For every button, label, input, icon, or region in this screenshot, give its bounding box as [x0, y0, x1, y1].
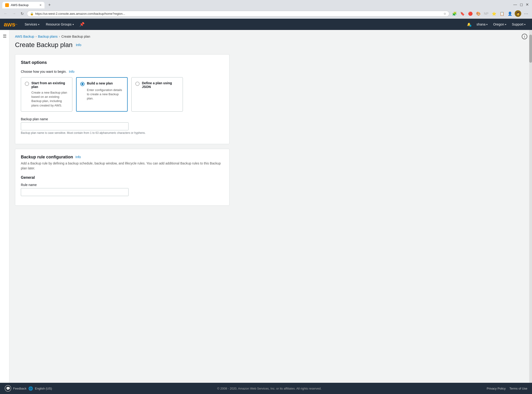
backup-plan-name-input[interactable]	[21, 122, 129, 130]
footer-copyright: © 2008 - 2020, Amazon Web Services, Inc.…	[217, 387, 322, 390]
option-build-new-plan[interactable]: Build a new plan Enter configuration det…	[76, 77, 128, 112]
tab-favicon	[5, 3, 9, 7]
option1-radio	[25, 82, 29, 86]
content-area: AWS Backup › Backup plans › Create Backu…	[9, 30, 532, 394]
toolbar-btn-4[interactable]: ⭐	[491, 10, 497, 17]
rule-name-label: Rule name	[21, 183, 224, 187]
option2-radio-row: Build a new plan	[80, 81, 123, 86]
toolbar-btn-1[interactable]: 🔖	[459, 10, 466, 17]
nav-services[interactable]: Services ▾	[21, 19, 43, 30]
breadcrumb-aws-backup[interactable]: AWS Backup	[15, 35, 34, 38]
url-text: https://us-west-2.console.aws.amazon.com…	[35, 12, 125, 16]
option2-radio-inner	[81, 83, 83, 85]
user-caret: ▾	[486, 23, 488, 26]
new-tab-button[interactable]: +	[46, 2, 53, 8]
aws-logo[interactable]: aws ⁀	[4, 21, 18, 27]
choose-row: Choose how you want to begin. Info	[21, 70, 224, 73]
option-cards-container: Start from an existing plan Create a new…	[21, 77, 224, 112]
region-caret: ▾	[505, 23, 506, 26]
start-options-card: Start options Choose how you want to beg…	[15, 54, 229, 144]
scrollbar-track[interactable]	[529, 30, 532, 394]
nav-bell[interactable]: 🔔	[464, 22, 474, 26]
backup-rule-info-link[interactable]: Info	[75, 155, 81, 159]
nav-user[interactable]: shana ▾	[474, 22, 490, 26]
hamburger-icon[interactable]: ☰	[3, 34, 6, 39]
terms-of-use-link[interactable]: Terms of Use	[509, 387, 527, 390]
general-label: General	[21, 176, 224, 180]
info-circle-button[interactable]: i	[522, 34, 527, 39]
option1-title: Start from an existing plan	[31, 81, 68, 89]
start-options-title: Start options	[21, 60, 224, 65]
breadcrumb-current: Create Backup plan	[61, 35, 90, 38]
tab-title: AWS Backup	[11, 3, 29, 7]
aws-nav: aws ⁀ Services ▾ Resource Groups ▾ 📌 🔔 s…	[0, 19, 532, 30]
bell-notification-dot	[469, 25, 471, 27]
refresh-button[interactable]: ↻	[19, 10, 25, 17]
option2-desc: Enter configuration details to create a …	[87, 88, 123, 101]
toolbar-btn-5[interactable]: 📋	[499, 10, 505, 17]
option1-radio-row: Start from an existing plan	[25, 81, 68, 89]
backup-rule-desc: Add a Backup rule by defining a backup s…	[21, 161, 224, 171]
sidebar-toggle: ☰	[0, 30, 9, 394]
option2-title: Build a new plan	[87, 81, 113, 85]
option3-title: Define a plan using JSON	[142, 81, 179, 89]
option3-radio-row: Define a plan using JSON	[135, 81, 179, 89]
page-info-link[interactable]: Info	[76, 43, 81, 47]
scrollbar-thumb[interactable]	[529, 35, 532, 63]
maximize-button[interactable]: ◻	[519, 1, 524, 8]
bookmark-icon[interactable]: ☆	[443, 12, 446, 16]
footer-right: Privacy Policy Terms of Use	[487, 387, 527, 390]
option-define-json[interactable]: Define a plan using JSON	[131, 77, 183, 112]
feedback-bubble[interactable]: 💬	[5, 385, 11, 392]
option3-radio	[135, 82, 140, 86]
feedback-label[interactable]: Feedback	[13, 387, 26, 390]
footer-left: 💬 Feedback 🌐 English (US)	[5, 385, 52, 392]
backup-rule-title-row: Backup rule configuration Info	[21, 155, 224, 160]
privacy-policy-link[interactable]: Privacy Policy	[487, 387, 506, 390]
nav-pin[interactable]: 📌	[77, 22, 87, 27]
nav-resource-groups[interactable]: Resource Groups ▾	[43, 19, 77, 30]
toolbar-btn-2[interactable]: 🔴	[467, 10, 474, 17]
close-button[interactable]: ✕	[525, 1, 530, 8]
breadcrumb-sep-2: ›	[59, 35, 60, 38]
address-bar[interactable]: 🔒 https://us-west-2.console.aws.amazon.c…	[27, 11, 449, 17]
back-button[interactable]: ←	[2, 10, 9, 17]
nav-region[interactable]: Oregon ▾	[490, 22, 509, 26]
page-title-row: Create Backup plan Info	[15, 41, 229, 49]
rule-name-group: Rule name	[21, 183, 224, 196]
backup-rule-title: Backup rule configuration	[21, 155, 73, 160]
minimize-button[interactable]: —	[512, 2, 518, 8]
footer: 💬 Feedback 🌐 English (US) © 2008 - 2020,…	[0, 383, 532, 394]
backup-plan-name-label: Backup plan name	[21, 117, 224, 121]
option2-radio	[80, 82, 84, 86]
choose-info-link[interactable]: Info	[69, 70, 74, 73]
extensions-button[interactable]: 🧩	[451, 10, 458, 17]
profile-icon[interactable]: 👩	[515, 10, 521, 17]
rule-name-input[interactable]	[21, 188, 129, 196]
breadcrumb: AWS Backup › Backup plans › Create Backu…	[15, 35, 229, 38]
option1-desc: Create a new Backup plan based on an exi…	[31, 91, 68, 108]
nav-support[interactable]: Support ▾	[509, 22, 528, 26]
backup-plan-name-hint: Backup plan name is case sensitive. Must…	[21, 131, 224, 135]
backup-plan-name-group: Backup plan name Backup plan name is cas…	[21, 117, 224, 135]
backup-rule-config-card: Backup rule configuration Info Add a Bac…	[15, 149, 229, 206]
breadcrumb-sep-1: ›	[36, 35, 37, 38]
forward-button[interactable]: →	[11, 10, 17, 17]
globe-icon: 🌐	[28, 386, 33, 391]
support-caret: ▾	[524, 23, 526, 26]
tab-close-button[interactable]: ✕	[39, 4, 42, 7]
option-existing-plan[interactable]: Start from an existing plan Create a new…	[21, 77, 72, 112]
choose-label: Choose how you want to begin.	[21, 70, 67, 73]
page-title: Create Backup plan	[15, 41, 73, 49]
services-caret: ▾	[38, 23, 39, 26]
browser-menu-button[interactable]: ⋯	[523, 10, 530, 17]
browser-tab[interactable]: AWS Backup ✕	[2, 2, 44, 8]
resource-groups-caret: ▾	[73, 23, 74, 26]
toolbar-btn-3[interactable]: 🎨	[475, 10, 482, 17]
lock-icon: 🔒	[30, 12, 34, 16]
language-label[interactable]: English (US)	[35, 387, 52, 390]
breadcrumb-backup-plans[interactable]: Backup plans	[38, 35, 58, 38]
toolbar-btn-6[interactable]: 👤	[507, 10, 513, 17]
